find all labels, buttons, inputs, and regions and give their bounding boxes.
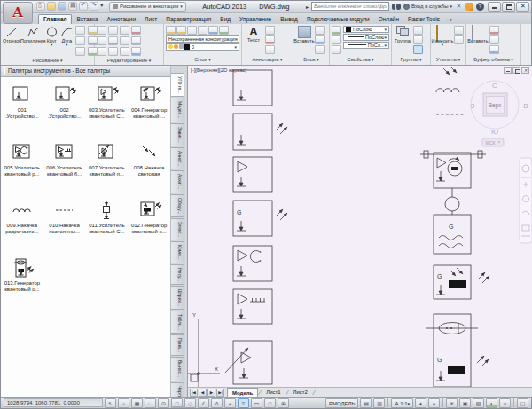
line-tool[interactable]: Отрезок [3, 26, 21, 43]
viewport-controls-label[interactable]: [-][Верхняя][2D каркас] [191, 67, 246, 73]
navigation-bar[interactable] [520, 158, 532, 243]
tab-manage[interactable]: Управление [235, 15, 276, 24]
palette-tab[interactable]: Штрих... [171, 286, 184, 310]
linetype-combo[interactable]: ПоСл... [343, 42, 389, 49]
palette-tab[interactable]: Табли... [171, 311, 184, 334]
infer-constraints-toggle[interactable]: ↖ [105, 398, 116, 408]
move-tool-icon[interactable] [97, 26, 106, 35]
quick-view-layouts-icon[interactable]: ▤ [360, 398, 372, 408]
panel-utilities-label[interactable]: Утилиты [431, 56, 466, 65]
trim-tool-icon[interactable] [120, 26, 129, 35]
layer-lock-icon[interactable] [208, 26, 218, 35]
close-button[interactable] [516, 2, 529, 12]
viewcube-south[interactable]: Ю [491, 128, 498, 136]
palette-tab[interactable]: Прив... [171, 334, 184, 356]
palette-tab[interactable]: Обору... [171, 194, 184, 217]
performance-icon[interactable]: ▧ [473, 398, 484, 408]
copy-clip-icon[interactable] [489, 35, 499, 44]
tab-online[interactable]: Онлайн [374, 15, 403, 24]
calculator-icon[interactable] [454, 35, 464, 44]
palette-tab[interactable]: УГО ге... [171, 73, 184, 98]
quick-select-icon[interactable] [454, 26, 464, 35]
redo-icon[interactable] [90, 2, 98, 11]
quick-view-drawings-icon[interactable]: ▥ [373, 398, 385, 408]
new-file-icon[interactable] [36, 2, 45, 11]
explode-tool-icon[interactable] [131, 47, 141, 56]
autodesk-360-icon[interactable] [466, 3, 473, 11]
workspace-switcher[interactable]: Рисование и аннотации [109, 2, 186, 12]
ungroup-icon[interactable] [413, 26, 423, 35]
selection-cycling-toggle[interactable]: ⊕ [278, 398, 289, 408]
palette-tab[interactable]: Модел... [171, 98, 184, 122]
infocenter-collapse-icon[interactable] [306, 4, 309, 10]
clean-screen-icon[interactable]: ▢ [517, 398, 528, 408]
layer-freeze-icon[interactable] [198, 26, 207, 35]
palette-tab[interactable]: Аннот... [171, 147, 184, 169]
polyline-tool[interactable]: Полилиния [23, 26, 43, 43]
tab-home[interactable]: Главная [38, 14, 72, 24]
cut-icon[interactable] [489, 26, 499, 35]
palette-tab[interactable]: Завис... [171, 123, 184, 146]
tab-parametric[interactable]: Параметризация [161, 15, 215, 24]
table-tool-icon[interactable] [265, 45, 275, 54]
tab-layout1[interactable]: Лист1 [262, 388, 285, 397]
measure-tool[interactable]: Измерить [433, 26, 452, 46]
panel-groups-label[interactable]: Группы [392, 56, 430, 65]
viewcube-top[interactable]: Верх [489, 102, 502, 109]
group-edit-icon[interactable] [413, 35, 423, 44]
viewcube-east[interactable]: В [523, 102, 528, 110]
help-icon[interactable]: ? [476, 3, 484, 11]
viewcube-wcs-menu[interactable]: МСК [486, 140, 496, 146]
block-attributes-icon[interactable] [315, 45, 325, 54]
palette-item[interactable]: 003.Усилитель квантовый С... [86, 84, 129, 138]
minimize-button[interactable] [488, 2, 501, 12]
group-tool[interactable]: Группа [394, 26, 411, 43]
paste-tool[interactable]: Вставить [468, 26, 488, 43]
group-selection-toggle-icon[interactable] [413, 45, 423, 54]
layer-off-icon[interactable] [176, 26, 186, 35]
infocenter-search-input[interactable] [311, 2, 389, 11]
palette-item[interactable]: 007.Усилитель квантовый п... [86, 142, 129, 195]
status-menu-icon[interactable] [499, 398, 511, 408]
palette-item[interactable]: 010.Накачка постоянны... [43, 200, 86, 253]
coordinates-display[interactable]: 1028.9734, 1060.7781, 0.0000 [4, 398, 103, 407]
doc-restore-button[interactable] [512, 67, 520, 74]
palette-tab[interactable]: Несу... [171, 264, 184, 285]
palette-properties-button[interactable] [171, 406, 184, 408]
palette-item[interactable]: 006.Усилитель квантовый б... [43, 142, 86, 195]
layer-match-icon[interactable] [219, 26, 229, 35]
circle-tool[interactable]: Круг [45, 26, 59, 46]
leader-tool-icon[interactable] [265, 35, 275, 44]
text-tool[interactable]: А Текст [244, 26, 263, 43]
first-layout-icon[interactable]: |◀ [190, 389, 198, 397]
array-tool-icon[interactable] [120, 47, 129, 56]
last-layout-icon[interactable]: ▶| [216, 389, 224, 397]
palette-item[interactable]: 004.Генератор квантовый ... [128, 84, 170, 138]
edit-block-icon[interactable] [315, 35, 325, 44]
palette-item[interactable]: 008.Накачка световая [128, 142, 170, 195]
polar-tracking-toggle[interactable]: ⊙ [158, 398, 169, 408]
panel-annotation-label[interactable]: Аннотации [242, 56, 293, 65]
annotation-scale-control[interactable]: А 1:1 [391, 398, 413, 408]
tab-insert[interactable]: Вставка [72, 15, 102, 24]
match-properties-brush-icon[interactable] [489, 45, 499, 54]
lineweight-list-icon[interactable] [332, 35, 341, 44]
annotation-visibility-icon[interactable]: ▲ [415, 398, 426, 408]
otrack-toggle[interactable]: ∠ [198, 398, 209, 408]
next-layout-icon[interactable]: ▶ [207, 389, 215, 397]
panel-modify-label[interactable]: Редактирование [95, 57, 163, 65]
layer-isolate-icon[interactable] [187, 26, 197, 35]
palette-item[interactable]: 011.Усилитель квантовый С... [86, 200, 129, 253]
layer-properties-icon[interactable] [166, 26, 176, 35]
layer-state-combo[interactable]: Несохраненная конфигурация сло [166, 35, 239, 43]
undo-icon[interactable] [79, 2, 88, 11]
palette-tab[interactable]: Элект... [171, 218, 184, 240]
panel-clipboard-label[interactable]: Буфер обмена [466, 56, 520, 65]
doc-minimize-button[interactable] [504, 67, 512, 74]
quick-properties-toggle[interactable]: □ [264, 398, 276, 408]
arc-tool[interactable]: Дуга [60, 26, 74, 46]
drawing-canvas[interactable]: [-][Верхняя][2D каркас] [188, 66, 532, 387]
erase-tool-icon[interactable] [131, 26, 141, 35]
layer-combo[interactable]: 0 [166, 43, 239, 51]
viewcube-north[interactable]: С [492, 82, 497, 90]
